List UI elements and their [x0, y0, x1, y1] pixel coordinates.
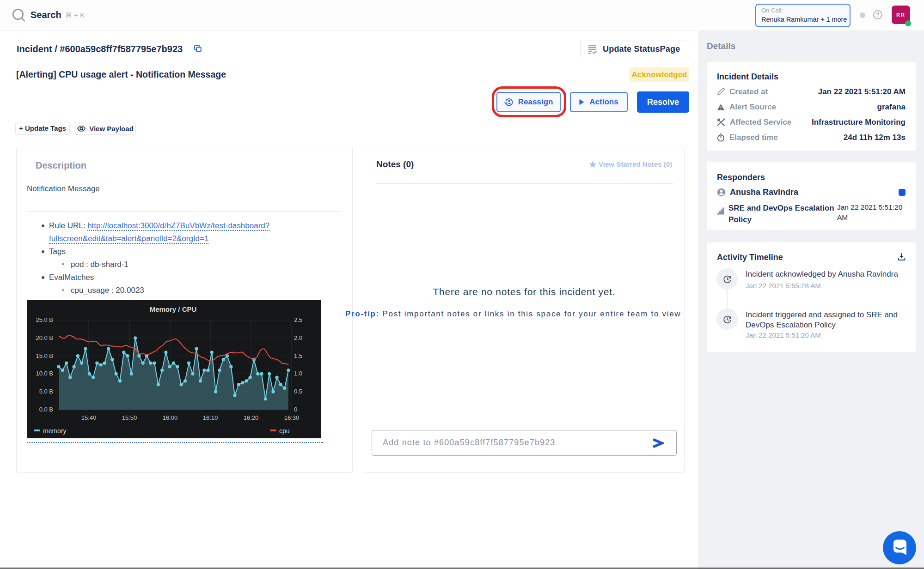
svg-text:cpu: cpu: [279, 427, 290, 435]
svg-text:5.0 B: 5.0 B: [39, 388, 53, 395]
svg-text:16:10: 16:10: [203, 414, 218, 421]
svg-text:16:20: 16:20: [244, 414, 259, 421]
svg-text:0: 0: [294, 406, 297, 413]
svg-text:0.5: 0.5: [294, 388, 302, 395]
svg-text:1.0: 1.0: [294, 370, 302, 377]
svg-text:15:40: 15:40: [81, 414, 97, 421]
svg-text:memory: memory: [43, 427, 67, 435]
svg-text:1.5: 1.5: [294, 352, 302, 359]
svg-text:15:50: 15:50: [122, 414, 137, 421]
svg-text:16:30: 16:30: [284, 414, 300, 421]
svg-text:10.0 B: 10.0 B: [36, 370, 53, 377]
svg-text:15.0 B: 15.0 B: [36, 352, 53, 359]
svg-text:16:00: 16:00: [163, 414, 178, 421]
svg-text:25.0 B: 25.0 B: [36, 316, 53, 323]
svg-text:2.5: 2.5: [294, 316, 302, 323]
svg-text:20.0 B: 20.0 B: [36, 334, 53, 341]
svg-text:0.0 B: 0.0 B: [39, 406, 53, 413]
svg-text:2.0: 2.0: [294, 334, 302, 341]
svg-text:Memory / CPU: Memory / CPU: [150, 305, 197, 313]
